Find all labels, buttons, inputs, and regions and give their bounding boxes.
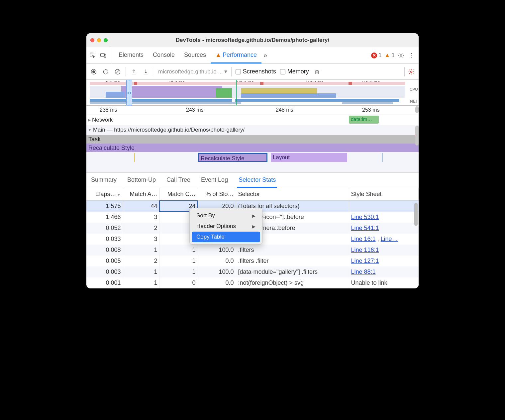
svg-point-7 xyxy=(411,71,412,72)
col-header-match-count[interactable]: Match C… xyxy=(159,188,198,201)
network-track-header[interactable]: ▶ Network data:im… xyxy=(86,115,419,125)
table-cell: 44 xyxy=(123,201,159,212)
ctx-copy-table[interactable]: Copy Table xyxy=(192,232,260,242)
capture-settings-icon[interactable] xyxy=(407,68,415,76)
table-cell-stylesheet: Line 127:1 xyxy=(349,256,419,266)
device-toolbar-icon[interactable] xyxy=(100,52,107,59)
inspect-element-icon[interactable] xyxy=(89,52,96,59)
scrollbar-thumb[interactable] xyxy=(415,126,419,146)
flame-chart[interactable]: ▶ Network data:im… ▼ Main — https://micr… xyxy=(86,115,419,173)
reload-record-button[interactable] xyxy=(102,68,110,76)
memory-checkbox[interactable]: Memory xyxy=(280,68,309,75)
collect-garbage-button[interactable] xyxy=(313,68,321,76)
table-cell: 0.052 xyxy=(86,223,123,234)
flame-small-block[interactable] xyxy=(134,153,135,162)
svg-rect-2 xyxy=(104,54,106,57)
download-profile-button[interactable] xyxy=(142,68,150,76)
table-cell: 1 xyxy=(159,245,198,256)
table-cell: 1.466 xyxy=(86,212,123,223)
upload-profile-button[interactable] xyxy=(130,68,138,76)
table-cell-selector: .filters xyxy=(236,245,349,256)
overview-range-handle-right[interactable] xyxy=(129,80,132,105)
settings-icon[interactable] xyxy=(397,52,405,59)
table-cell: 2 xyxy=(123,223,159,234)
clear-button[interactable] xyxy=(114,68,122,76)
stylesheet-link[interactable]: Line… xyxy=(381,236,398,242)
tab-elements[interactable]: Elements xyxy=(114,47,148,63)
warning-count[interactable]: ▲ 1 xyxy=(384,52,395,59)
chevron-right-icon: ▶ xyxy=(252,224,255,229)
tab-performance-label: Performance xyxy=(223,52,257,58)
checkbox-icon xyxy=(280,69,285,74)
table-cell-selector: [data-module="gallery"] .filters xyxy=(236,266,349,277)
screenshots-checkbox[interactable]: Screenshots xyxy=(236,68,276,75)
stylesheet-link[interactable]: Line 541:1 xyxy=(351,225,379,231)
table-cell-stylesheet: Line 116:1 xyxy=(349,245,419,256)
more-options-button[interactable]: ⋮ xyxy=(407,52,416,59)
table-row[interactable]: 0.005210.0.filters .filterLine 127:1 xyxy=(86,256,419,266)
flame-lane: Recalculate Style Layout xyxy=(86,152,419,163)
timeline-overview[interactable]: 463 ms 963 ms 1463 ms 1963 ms 2463 ms CP… xyxy=(86,80,419,106)
context-menu: Sort By ▶ Header Options ▶ Copy Table xyxy=(189,208,262,245)
table-cell: 0.033 xyxy=(86,234,123,245)
chevron-right-icon: ▶ xyxy=(252,213,255,218)
table-cell: 1 xyxy=(159,256,198,266)
record-button[interactable] xyxy=(90,68,98,76)
scrollbar-thumb[interactable] xyxy=(414,203,418,226)
stylesheet-link[interactable]: Line 116:1 xyxy=(351,247,379,253)
table-cell: 0.005 xyxy=(86,256,123,266)
table-cell-stylesheet: Line 16:1 , Line… xyxy=(349,234,419,245)
table-cell: 100.0 xyxy=(198,245,236,256)
table-cell: 0 xyxy=(159,277,198,288)
col-header-match-attempts[interactable]: Match A… xyxy=(123,188,159,201)
tab-summary[interactable]: Summary xyxy=(90,173,118,188)
error-count[interactable]: ✕ 1 xyxy=(371,52,381,59)
more-tabs-button[interactable]: » xyxy=(261,52,269,59)
col-header-selector[interactable]: Selector xyxy=(236,188,349,201)
table-row[interactable]: 0.00811100.0.filtersLine 116:1 xyxy=(86,245,419,256)
flame-small-block[interactable] xyxy=(382,153,383,162)
warning-icon: ▲ xyxy=(384,52,390,59)
network-request-pill[interactable]: data:im… xyxy=(349,116,379,124)
tab-bottom-up[interactable]: Bottom-Up xyxy=(126,173,157,188)
table-row[interactable]: 0.001100.0:not(foreignObject) > svgUnabl… xyxy=(86,277,419,288)
stylesheet-link[interactable]: Line 530:1 xyxy=(351,214,379,220)
stylesheet-link[interactable]: Line 127:1 xyxy=(351,258,379,264)
col-header-stylesheet[interactable]: Style Sheet xyxy=(349,188,419,201)
tab-call-tree[interactable]: Call Tree xyxy=(165,173,192,188)
flame-layout-block[interactable]: Layout xyxy=(271,153,347,162)
table-row[interactable]: 0.00311100.0[data-module="gallery"] .fil… xyxy=(86,266,419,277)
checkbox-icon xyxy=(236,69,241,74)
table-cell: 0.003 xyxy=(86,266,123,277)
tab-selector-stats[interactable]: Selector Stats xyxy=(237,173,277,188)
flame-recalculate-style-block[interactable]: Recalculate Style xyxy=(86,144,419,152)
stylesheet-link[interactable]: Line 88:1 xyxy=(351,268,376,275)
tab-performance[interactable]: ▲ Performance xyxy=(211,47,261,63)
ctx-sort-by[interactable]: Sort By ▶ xyxy=(192,210,260,221)
tab-event-log[interactable]: Event Log xyxy=(200,173,229,188)
profile-select-dropdown[interactable]: microsoftedge.github.io ... ▾ xyxy=(158,68,227,75)
table-cell: 0.0 xyxy=(198,277,236,288)
tab-sources[interactable]: Sources xyxy=(179,47,211,63)
col-header-pct-slow[interactable]: % of Slo… xyxy=(198,188,236,201)
warning-triangle-icon: ▲ xyxy=(215,52,221,58)
window-title: DevTools - microsoftedge.github.io/Demos… xyxy=(86,37,419,44)
flame-recalculate-style-selected[interactable]: Recalculate Style xyxy=(198,153,267,162)
table-cell: 3 xyxy=(123,234,159,245)
main-track-header[interactable]: ▼ Main — https://microsoftedge.github.io… xyxy=(86,125,419,135)
scrollbar-thumb[interactable] xyxy=(415,106,419,113)
svg-point-5 xyxy=(93,70,95,73)
flame-task-block[interactable]: Task xyxy=(86,135,419,144)
stylesheet-link[interactable]: Line 16:1 xyxy=(351,236,376,242)
table-cell: 2 xyxy=(123,256,159,266)
svg-point-3 xyxy=(400,54,402,56)
table-cell-stylesheet: Line 88:1 xyxy=(349,266,419,277)
table-cell-selector: .filters .filter xyxy=(236,256,349,266)
ctx-header-options[interactable]: Header Options ▶ xyxy=(192,221,260,232)
titlebar: DevTools - microsoftedge.github.io/Demos… xyxy=(86,33,419,47)
table-cell: 0.001 xyxy=(86,277,123,288)
net-lane-label: NET xyxy=(410,99,418,104)
details-tabs: Summary Bottom-Up Call Tree Event Log Se… xyxy=(86,173,419,188)
col-header-elapsed[interactable]: Elaps…▼ xyxy=(86,188,123,201)
tab-console[interactable]: Console xyxy=(148,47,179,63)
